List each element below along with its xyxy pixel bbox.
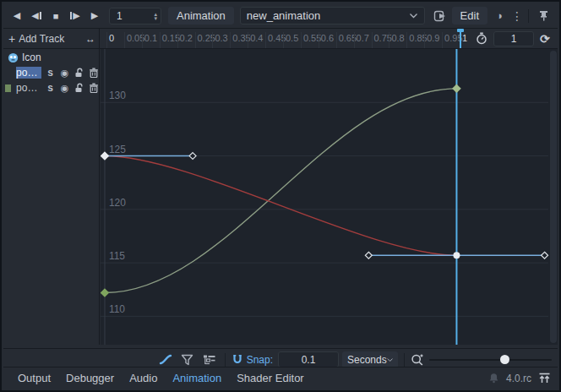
snap-unit-dropdown[interactable]: Seconds [342, 351, 398, 368]
more-options-button[interactable]: ⋮ [511, 7, 523, 25]
smooth-handles-button[interactable]: s [45, 82, 56, 94]
bezier-curve-icon [159, 353, 172, 366]
edit-button[interactable]: Edit [452, 7, 487, 24]
play-backwards-icon: ◀ [14, 10, 20, 21]
animation-name-value: new_animation [247, 9, 320, 22]
node-icon [8, 52, 19, 63]
ruler-tick [177, 32, 178, 48]
tab-animation[interactable]: Animation [165, 368, 229, 388]
animation-length-controls: 1 ⟳ [469, 29, 558, 48]
tab-debugger[interactable]: Debugger [58, 368, 122, 388]
funnel-icon [181, 354, 193, 366]
zoom-slider-handle[interactable] [500, 355, 509, 364]
track-name[interactable]: positi... [16, 82, 41, 94]
ruler-tick [265, 32, 266, 48]
status-right: 4.0.rc [488, 373, 551, 384]
track-delete-button[interactable] [88, 67, 99, 79]
add-track-label: Add Track [19, 33, 64, 45]
spinbox-updown-icon[interactable]: ▴▾ [154, 12, 157, 20]
animation-length-field[interactable]: 1 [493, 31, 534, 46]
eye-icon: ◉ [61, 68, 69, 79]
snap-unit-value: Seconds [347, 354, 387, 366]
trash-icon [89, 68, 99, 78]
track-visibility-button[interactable]: ◉ [59, 82, 70, 94]
vertical-scrollbar[interactable] [550, 51, 557, 343]
ruler-tick [372, 32, 373, 48]
expand-panel-icon[interactable] [538, 373, 551, 384]
track-row[interactable]: positi... s ◉ [3, 65, 99, 80]
ruler-tick [160, 32, 161, 48]
toolbar-separator [225, 353, 226, 367]
animation-editor-window: ◀ ◀ ■ ▶ ▶ 1 ▴▾ Animation new_animation E… [0, 0, 561, 392]
ruler-tick [106, 32, 107, 48]
ruler-tick [442, 32, 443, 48]
ruler-tick-label: 0.8 [391, 33, 404, 43]
snap-magnet-icon [231, 354, 243, 366]
ruler-tick-label: 0.9 [427, 33, 439, 43]
play-icon: ▶ [91, 10, 98, 21]
track-lock-button[interactable] [74, 67, 84, 79]
ruler-tick [195, 32, 196, 48]
play-backwards-button[interactable]: ◀ [8, 8, 25, 24]
onion-skinning-icon: ◑ [496, 9, 503, 22]
smooth-handles-button[interactable]: s [45, 67, 56, 79]
zoom-slider-track [429, 359, 552, 361]
track-row[interactable]: positi... s ◉ [3, 80, 99, 95]
ruler-tick [406, 32, 407, 48]
bottom-tabs: OutputDebuggerAudioAnimationShader Edito… [10, 368, 312, 388]
ruler-tick-label: 0.3 [215, 33, 227, 43]
ruler-tick-label: 0.5 [286, 33, 298, 43]
tab-output[interactable]: Output [10, 368, 58, 388]
add-track-button[interactable]: + Add Track ↔ [3, 29, 100, 48]
trash-icon [89, 83, 99, 93]
step-forward-icon: ▶ [73, 10, 79, 21]
timeline-zoom-slider[interactable] [429, 351, 552, 368]
autoplay-on-load-button[interactable] [431, 7, 449, 25]
track-visibility-button[interactable]: ◉ [59, 67, 70, 79]
ruler-tick-label: 0 [109, 33, 114, 43]
tab-shader-editor[interactable]: Shader Editor [229, 368, 312, 388]
chevron-down-icon [387, 357, 393, 362]
chevron-down-icon [409, 13, 418, 19]
svg-text:130: 130 [109, 90, 126, 101]
step-backwards-icon: ◀ [31, 10, 38, 21]
timeline-header: + Add Track ↔ 00.050.10.150.20.250.30.35… [3, 29, 558, 49]
play-button[interactable]: ▶ [86, 8, 103, 24]
tab-audio[interactable]: Audio [122, 368, 165, 388]
ruler-tick-label: 1 [462, 33, 467, 43]
pin-panel-button[interactable] [534, 7, 553, 25]
ruler-tick [124, 32, 125, 48]
stop-button[interactable]: ■ [47, 8, 64, 24]
animation-menu-button[interactable]: Animation [168, 7, 234, 24]
zoom-icon [411, 353, 424, 367]
onion-skinning-button[interactable]: ◑ [490, 7, 509, 25]
ruler-tick [389, 32, 389, 48]
snap-step-value: 0.1 [302, 354, 316, 366]
ruler-tick [283, 32, 284, 48]
bottom-panel-bar: OutputDebuggerAudioAnimationShader Edito… [3, 367, 558, 389]
node-row[interactable]: Icon [3, 49, 99, 65]
bezier-editor-main: Icon positi... s ◉ [3, 49, 558, 345]
animation-name-dropdown[interactable]: new_animation [240, 7, 425, 24]
playhead-head[interactable] [457, 29, 464, 32]
bezier-curves[interactable]: 130125120115110 [101, 49, 558, 345]
track-lock-button[interactable] [74, 82, 84, 94]
snap-step-input[interactable]: 0.1 [278, 351, 339, 368]
notifications-bell-icon[interactable] [488, 373, 499, 384]
animation-length-value: 1 [511, 33, 517, 45]
stopwatch-icon [476, 32, 487, 45]
snap-label: Snap: [247, 354, 273, 366]
timeline-ruler[interactable]: 00.050.10.150.20.250.30.350.40.450.50.55… [101, 29, 469, 48]
seek-time-spinbox[interactable]: 1 ▴▾ [109, 8, 161, 24]
step-backwards-button[interactable]: ◀ [28, 8, 45, 24]
unlock-icon [74, 83, 84, 93]
loop-icon[interactable]: ⟳ [540, 32, 550, 46]
track-name[interactable]: positi... [16, 67, 41, 79]
track-delete-button[interactable] [88, 82, 99, 94]
bezier-curve-canvas[interactable]: 130125120115110 [101, 49, 558, 345]
ruler-tick [319, 32, 319, 48]
animation-toolbar: ◀ ◀ ■ ▶ ▶ 1 ▴▾ Animation new_animation E… [3, 3, 558, 29]
ruler-tick [301, 32, 302, 48]
step-forward-button[interactable]: ▶ [67, 8, 84, 24]
svg-text:125: 125 [109, 144, 126, 155]
